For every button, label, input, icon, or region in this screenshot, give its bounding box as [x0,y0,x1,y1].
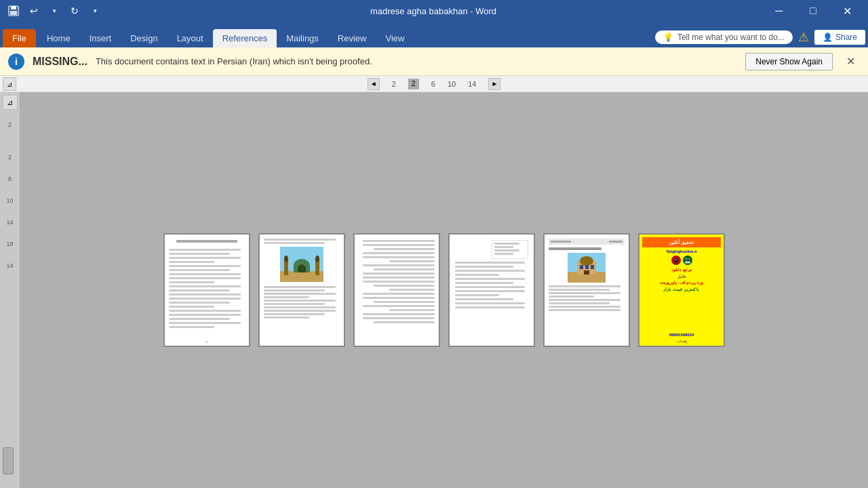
page-1-line [169,318,230,320]
page-1-line [169,261,214,263]
page-4-line [455,262,525,264]
page-1-line [169,306,214,308]
tab-layout[interactable]: Layout [167,29,213,47]
page-3-content [355,235,439,329]
ruler-toggle-button[interactable]: ⊿ [3,77,16,91]
svg-rect-11 [298,267,306,272]
page-3-line [374,321,435,323]
close-button[interactable]: ✕ [831,0,863,22]
tab-home[interactable]: Home [37,29,80,47]
undo-icon[interactable]: ↩ [26,3,42,19]
ruler-prev-button[interactable]: ◄ [368,78,380,90]
sidebar-page-numbers: 2 2 6 10 14 18 14 [6,119,13,271]
maximize-button[interactable]: □ [797,0,829,22]
svg-rect-19 [584,270,589,274]
page-2-line [264,313,325,315]
tab-design[interactable]: Design [121,29,167,47]
never-show-again-button[interactable]: Never Show Again [745,53,833,70]
page-4-line [455,286,525,288]
tell-me-input[interactable]: 💡 Tell me what you want to do... [655,30,793,44]
page-3-line [363,313,435,315]
title-bar: ↩ ▾ ↻ ▾ madrese agha babakhan - Word ─ □… [0,0,868,22]
minimize-button[interactable]: ─ [764,0,795,22]
page-2-line [264,296,309,298]
page-2-line [264,310,336,312]
sidebar-scroll-handle[interactable] [3,447,14,474]
page-thumbnail-2[interactable] [258,233,345,347]
tab-view[interactable]: View [376,29,414,47]
page-4-line [455,266,513,268]
tab-file[interactable]: File [3,29,36,47]
page-6-url: Tahghighonline.ir [642,249,721,253]
page-1-line [169,314,241,316]
titlebar-left: ↩ ▾ ↻ ▾ [5,3,103,19]
document-area: تحقیق آنلاین Tahghighonline.ir 📱 💻 مرجع … [20,92,868,488]
lightbulb-icon: 💡 [663,33,673,42]
page-1-line [169,293,241,296]
svg-rect-2 [10,11,17,15]
page-3-line [389,289,435,291]
customize-icon[interactable]: ▾ [87,3,103,19]
page-thumbnail-3[interactable] [353,233,440,347]
ruler: ⊿ ◄ 2 2 6 10 14 ► [0,76,868,92]
svg-rect-16 [580,265,583,269]
share-label: Share [835,33,857,42]
page-1-line [169,302,230,304]
page-3-line [363,272,435,274]
ruler-next-button[interactable]: ► [488,78,500,90]
page-6-whatsapp: واتساپ [642,339,721,343]
page-4-box [492,240,528,259]
page-5-line [549,292,620,294]
page-thumbnail-6[interactable]: تحقیق آنلاین Tahghighonline.ir 📱 💻 مرجع … [638,233,725,347]
ruler-marker: 2 [408,79,419,89]
page-4-line [494,253,513,255]
page-3-line [363,252,435,254]
page-5-line [549,309,620,311]
page-3-line [363,240,435,242]
page-5-title [549,247,601,250]
page-1-line [169,273,241,275]
page-3-line [363,281,435,283]
page-2-line [264,306,336,308]
page-2-line [264,239,336,241]
page-5-line [549,296,594,298]
page-3-line [363,297,435,299]
sidebar-toggle-button[interactable]: ⊿ [3,95,18,110]
page-thumbnail-1[interactable] [163,233,250,347]
page-6-icons: 📱 💻 [642,256,721,265]
info-icon: i [8,54,24,70]
page-5-image [568,253,606,283]
page-5-header [549,239,625,245]
page-2-line [264,289,325,291]
page-5-content [545,235,629,317]
save-icon[interactable] [5,3,22,19]
svg-rect-18 [591,265,594,269]
page-num-5: 6 [8,174,12,184]
page-thumbnail-5[interactable] [543,233,630,347]
page-1-line [169,298,241,300]
share-button[interactable]: 👤 Share [814,30,865,45]
page-3-line [363,277,435,279]
person-icon: 👤 [823,33,833,42]
tab-mailings[interactable]: Mailings [277,29,328,47]
svg-point-8 [284,256,288,262]
tab-review[interactable]: Review [328,29,376,47]
tab-references[interactable]: References [213,29,277,47]
tab-insert[interactable]: Insert [80,29,121,47]
ruler-num-1: 2 [392,80,396,88]
notif-close-button[interactable]: ✕ [841,52,860,71]
page-3-line [374,285,435,287]
undo-dropdown-icon[interactable]: ▾ [46,3,62,19]
notif-label: MISSING... [33,56,87,68]
ruler-num-2: 6 [431,80,435,88]
page-6-content: تحقیق آنلاین Tahghighonline.ir 📱 💻 مرجع … [639,235,724,346]
page-4-line [494,246,513,248]
page-6-banner: تحقیق آنلاین [642,237,721,247]
redo-icon[interactable]: ↻ [66,3,83,19]
page-num-11: 18 [6,239,13,249]
page-1-line [169,281,214,283]
page-3-line [363,305,435,307]
page-thumbnail-4[interactable] [448,233,535,347]
page-4-line [455,290,525,292]
page-6-banner-text: تحقیق آنلاین [644,239,719,245]
